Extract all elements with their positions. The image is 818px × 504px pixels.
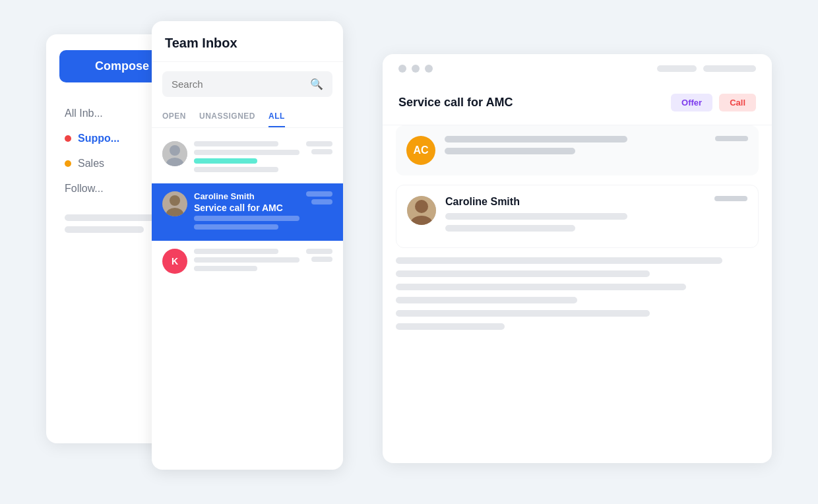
bottom-ph-5 <box>396 310 650 317</box>
detail-panel: Service call for AMC Offer Call AC <box>383 54 772 463</box>
inbox-list-panel: Team Inbox 🔍 OPEN UNASSIGNED ALL <box>152 21 343 470</box>
svg-point-4 <box>170 195 180 206</box>
k-item-content <box>194 249 299 274</box>
name-placeholder <box>194 249 278 254</box>
caroline-ph-2 <box>445 225 575 232</box>
detail-title: Service call for AMC <box>398 96 513 110</box>
badge-placeholder <box>311 199 332 205</box>
caroline-detail-content: Caroline Smith <box>445 196 705 237</box>
tab-unassigned[interactable]: UNASSIGNED <box>199 106 255 127</box>
sidebar-item-label: Suppo... <box>78 133 119 144</box>
preview-placeholder <box>194 266 257 271</box>
bottom-content <box>383 257 772 330</box>
caroline-card-meta <box>714 196 747 201</box>
tab-open[interactable]: OPEN <box>162 106 186 127</box>
search-icon: 🔍 <box>310 78 323 90</box>
caroline-detail-avatar <box>407 196 436 225</box>
caroline-card: Caroline Smith <box>396 185 759 248</box>
item-content <box>194 141 299 175</box>
window-controls <box>398 65 433 73</box>
top-pill-2 <box>703 65 756 72</box>
preview-placeholder <box>194 167 278 172</box>
dot-minimize <box>412 65 420 73</box>
bottom-ph-2 <box>396 270 650 277</box>
bottom-ph-4 <box>396 297 577 303</box>
ac-meta <box>715 136 748 141</box>
ac-name-placeholder <box>445 136 627 142</box>
badge-placeholder <box>311 149 332 154</box>
inbox-item-k[interactable]: K <box>152 241 343 282</box>
sales-dot <box>65 160 71 167</box>
caroline-time-placeholder <box>714 196 747 201</box>
time-placeholder <box>306 249 332 254</box>
tab-all[interactable]: ALL <box>268 106 285 127</box>
k-meta <box>306 249 332 262</box>
item-meta <box>306 141 332 154</box>
sidebar-item-label: Follow... <box>65 183 104 195</box>
svg-point-7 <box>415 200 428 213</box>
inbox-item-caroline[interactable]: Caroline Smith Service call for AMC <box>152 183 343 241</box>
svg-point-1 <box>170 145 180 156</box>
header-actions: Offer Call <box>671 94 756 111</box>
bottom-ph-1 <box>396 257 722 264</box>
sidebar-item-label: Sales <box>78 158 104 170</box>
ac-avatar: AC <box>406 136 435 165</box>
caroline-preview2 <box>194 224 278 230</box>
right-top-bar <box>383 54 772 80</box>
search-input[interactable] <box>172 79 305 90</box>
time-placeholder <box>306 141 332 146</box>
offer-button[interactable]: Offer <box>671 94 712 111</box>
search-bar[interactable]: 🔍 <box>162 71 332 97</box>
ac-preview-placeholder <box>445 148 575 154</box>
support-dot <box>65 135 71 142</box>
team-inbox-title: Team Inbox <box>152 21 343 62</box>
caroline-meta <box>306 191 332 205</box>
sidebar-placeholder <box>65 226 144 233</box>
badge-placeholder <box>194 158 257 164</box>
k-avatar: K <box>162 249 187 274</box>
caroline-subject: Service call for AMC <box>194 203 299 213</box>
ac-time-placeholder <box>715 136 748 141</box>
dot-close <box>398 65 406 73</box>
subject-placeholder <box>194 150 299 155</box>
inbox-item[interactable] <box>152 133 343 183</box>
bottom-ph-3 <box>396 284 686 290</box>
detail-header: Service call for AMC Offer Call <box>383 80 772 125</box>
caroline-item-content: Caroline Smith Service call for AMC <box>194 191 299 233</box>
ac-detail-content <box>445 136 706 160</box>
top-pill-1 <box>657 65 697 72</box>
time-placeholder <box>306 191 332 197</box>
subject-placeholder <box>194 257 299 263</box>
badge-placeholder <box>311 257 332 262</box>
name-placeholder <box>194 141 278 146</box>
caroline-name: Caroline Smith <box>194 191 299 201</box>
bottom-ph-6 <box>396 323 505 330</box>
caroline-ph-1 <box>445 213 627 220</box>
caroline-preview <box>194 216 299 221</box>
avatar <box>162 141 187 166</box>
inbox-tabs: OPEN UNASSIGNED ALL <box>152 106 343 128</box>
call-button[interactable]: Call <box>719 94 756 111</box>
sidebar-item-label: All Inb... <box>65 108 103 119</box>
caroline-avatar <box>162 191 187 216</box>
caroline-detail-name: Caroline Smith <box>445 196 705 208</box>
dot-maximize <box>425 65 433 73</box>
ac-card: AC <box>396 125 759 175</box>
